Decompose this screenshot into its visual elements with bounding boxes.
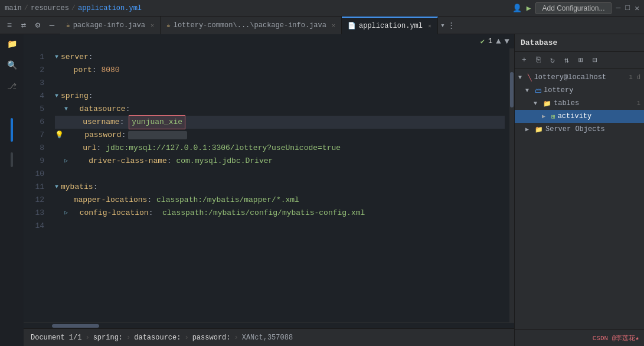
table-icon: ⊞ (551, 113, 555, 120)
line-num-7: 7 (24, 129, 44, 142)
window-maximize[interactable]: □ (625, 4, 630, 12)
database-tree[interactable]: ▼ ╲ lottery@localhost 1 d ▼ 🗃 lottery ▼ … (515, 68, 644, 329)
h-scrollbar-thumb[interactable] (52, 324, 99, 328)
status-value: XANct,357088 (242, 334, 293, 342)
editor-scrollbar[interactable] (509, 48, 514, 322)
scroll-indicator-blue (11, 118, 13, 142)
line-num-8: 8 (24, 142, 44, 155)
toolbar-swap-icon[interactable]: ⇄ (18, 19, 30, 31)
code-line-10 (55, 168, 505, 181)
fold-icon-4[interactable]: ▼ (55, 90, 58, 103)
tree-item-activity[interactable]: ▶ ⊞ activity (515, 110, 644, 123)
code-line-7: 💡 password: (55, 129, 505, 142)
breadcrumb-main[interactable]: main (5, 4, 22, 12)
db-copy-btn[interactable]: ⎘ (532, 54, 544, 66)
add-config-button[interactable]: Add Configuration... (535, 2, 611, 14)
code-password-key: password (66, 129, 122, 142)
mini-icon-1[interactable]: 📁 (5, 37, 19, 51)
code-mybatis-key: mybatis (61, 181, 93, 194)
tree-arrow-1: ▼ (525, 87, 532, 94)
code-line-5: ▼ datasource: (55, 103, 505, 116)
tab-dropdown[interactable]: ▾ (440, 21, 445, 30)
tree-label-lottery: lottery (544, 86, 640, 94)
window-close[interactable]: ✕ (635, 4, 639, 13)
database-panel-header: Database (515, 34, 644, 52)
tab-menu[interactable]: ⋮ (447, 21, 455, 30)
tab-lottery-package-info-java[interactable]: ☕ lottery-common\...\package-info.java ✕ (161, 17, 342, 34)
breadcrumb-sep2: / (71, 4, 76, 12)
code-line-1: ▼ server: (55, 51, 505, 64)
db-more-btn[interactable]: ⊟ (589, 54, 601, 66)
tables-icon: 📁 (543, 100, 551, 107)
code-area[interactable]: ▼ server: port: 8080 ▼ spring: ▼ (50, 48, 509, 322)
line-num-9: 9 (24, 155, 44, 168)
scrollbar-thumb[interactable] (510, 72, 514, 107)
fold-icon-9[interactable]: ▷ (64, 155, 68, 168)
line-num-4: 4 (24, 90, 44, 103)
database-toolbar: + ⎘ ↻ ⇅ ⊞ ⊟ (515, 52, 644, 68)
tree-item-connection[interactable]: ▼ ╲ lottery@localhost 1 d (515, 71, 644, 84)
line-num-5: 5 (24, 103, 44, 116)
nav-down[interactable]: ▼ (505, 37, 509, 46)
tree-label-activity: activity (558, 112, 640, 120)
fold-icon-13[interactable]: ▷ (64, 207, 68, 220)
code-config-value: classpath:/mybatis/config/mybatis-config… (162, 207, 365, 220)
tree-count-tables: 1 (636, 100, 640, 107)
tree-arrow-2: ▼ (534, 100, 541, 107)
tree-item-lottery-db[interactable]: ▼ 🗃 lottery (515, 84, 644, 97)
code-url-value: jdbc:mysql://127.0.0.1:3306/lottery?useU… (106, 142, 341, 155)
nav-up[interactable]: ▲ (496, 37, 501, 46)
mini-icon-3[interactable]: ⎇ (5, 79, 19, 93)
code-line-9: ▷ driver-class-name: com.mysql.jdbc.Driv… (55, 155, 505, 168)
mini-icon-2[interactable]: 🔍 (5, 58, 19, 72)
db-add-btn[interactable]: + (518, 54, 530, 66)
tree-item-server-objects[interactable]: ▶ 📁 Server Objects (515, 123, 644, 136)
tab-package-info-java[interactable]: ☕ package-info.java ✕ (60, 17, 161, 34)
code-line-11: ▼ mybatis: (55, 181, 505, 194)
watermark: CSDN @李莲花★ (515, 329, 644, 346)
status-document: Document 1/1 (31, 334, 81, 342)
run-icon: ▶ (527, 4, 531, 13)
line-num-10: 10 (24, 168, 44, 181)
db-refresh-btn[interactable]: ↻ (547, 54, 558, 66)
top-bar: main / resources / application.yml 👤 ▶ A… (0, 0, 644, 17)
window-minimize[interactable]: — (616, 4, 621, 12)
db-icon: 🗃 (535, 87, 541, 94)
db-sync-btn[interactable]: ⇅ (561, 54, 573, 66)
code-line-2: port: 8080 (55, 64, 505, 77)
tab-close-1[interactable]: ✕ (332, 22, 335, 29)
tree-label-tables: tables (554, 99, 634, 107)
breadcrumb-sep1: / (24, 4, 28, 12)
tree-count-connection: 1 d (629, 74, 640, 81)
tree-item-tables[interactable]: ▼ 📁 tables 1 (515, 97, 644, 110)
tab-label-3: application.yml (359, 22, 423, 30)
breadcrumb-resources[interactable]: resources (31, 4, 69, 12)
fold-icon-5[interactable]: ▼ (64, 103, 68, 116)
fold-icon-1[interactable]: ▼ (55, 51, 58, 64)
code-config-key: config-location (70, 207, 149, 220)
code-line-6: username: yunjuan_xie (55, 116, 505, 129)
fold-icon-11[interactable]: ▼ (55, 181, 58, 194)
line-num-1: 1 (24, 51, 44, 64)
code-username-key: username (64, 116, 120, 129)
tree-arrow-0: ▼ (518, 74, 525, 81)
code-username-value: yunjuan_xie (129, 115, 185, 129)
toolbar-minus-icon[interactable]: — (46, 19, 58, 31)
database-panel: Database + ⎘ ↻ ⇅ ⊞ ⊟ ▼ ╲ lottery@localho… (514, 34, 644, 346)
warning-icon-7: 💡 (55, 129, 64, 142)
tab-label: package-info.java (73, 21, 145, 30)
db-schema-btn[interactable]: ⊞ (575, 54, 587, 66)
tab-close-2[interactable]: ✕ (428, 22, 431, 30)
breadcrumb-file[interactable]: application.yml (78, 4, 142, 12)
h-scrollbar[interactable] (24, 322, 514, 328)
tab-application-yml[interactable]: 📄 application.yml ✕ (342, 17, 438, 34)
tree-label-server-objects: Server Objects (545, 125, 640, 133)
main-area: 📁 🔍 ⎇ ✔ 1 ▲ ▼ 1 2 3 4 5 6 7 8 9 (0, 34, 644, 346)
toolbar-settings-icon[interactable]: ⚙ (32, 19, 44, 31)
status-password: password: (192, 334, 231, 342)
tab-close-0[interactable]: ✕ (151, 22, 154, 29)
server-icon: 📁 (535, 126, 543, 133)
line-num-2: 2 (24, 64, 44, 77)
line-num-11: 11 (24, 181, 44, 194)
toolbar-menu-icon[interactable]: ≡ (4, 19, 15, 31)
